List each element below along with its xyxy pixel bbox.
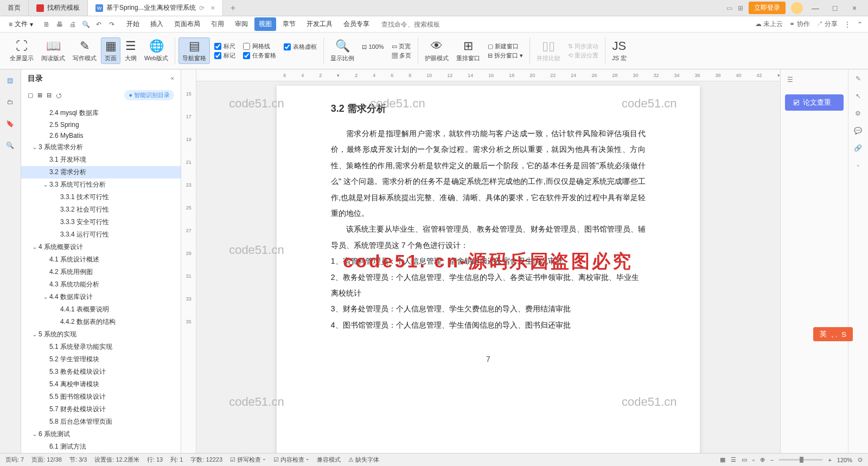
menu-start[interactable]: 开始 <box>122 17 144 31</box>
read-mode-button[interactable]: 📖阅读版式 <box>38 38 68 63</box>
toc-item[interactable]: ⌄4.4 数据库设计 <box>21 291 181 303</box>
zoom-out[interactable]: − <box>770 457 774 463</box>
task-checkbox[interactable]: 任务窗格 <box>243 52 276 60</box>
toc-item[interactable]: 4.3 系统功能分析 <box>21 278 181 291</box>
panel-toggle-icon[interactable]: ☰ <box>787 76 793 84</box>
collapse-ribbon-icon[interactable]: ⌃ <box>857 21 863 28</box>
link-icon[interactable]: 🔗 <box>854 144 862 152</box>
toc-item[interactable]: 5.2 学生管理模块 <box>21 353 181 366</box>
newwin-button[interactable]: ▢ 新建窗口 <box>488 42 523 50</box>
missing-font[interactable]: ⚠ 缺失字体 <box>348 456 379 464</box>
toc-item[interactable]: 2.4 mysql 数据库 <box>21 107 181 119</box>
view-btn-5[interactable]: ⊕ <box>760 456 765 463</box>
multipage-button[interactable]: ▦ 多页 <box>392 52 411 60</box>
toc-item[interactable]: ⌄5 系统的实现 <box>21 328 181 341</box>
edit-icon[interactable]: ✎ <box>856 75 861 82</box>
toc-item[interactable]: 5.8 后台总体管理页面 <box>21 416 181 428</box>
toc-item[interactable]: 5.3 教务处模块设计 <box>21 366 181 378</box>
toc-tool-1[interactable]: ▢ <box>28 92 33 99</box>
login-button[interactable]: 立即登录 <box>749 2 786 14</box>
toc-icon[interactable]: ▤ <box>4 74 17 87</box>
maximize-icon[interactable]: □ <box>828 4 842 12</box>
grid-checkbox[interactable]: 网格线 <box>243 42 276 50</box>
outline-button[interactable]: ☰大纲 <box>122 38 140 63</box>
menu-insert[interactable]: 插入 <box>146 17 168 31</box>
toc-item[interactable]: ⌄3 系统需求分析 <box>21 141 181 154</box>
tab-sync-icon[interactable]: ⟳ <box>199 4 205 12</box>
jsmacro-button[interactable]: JSJS 宏 <box>609 38 630 63</box>
status-page[interactable]: 页码: 7 <box>5 456 24 464</box>
new-doc-icon[interactable]: 🗎 <box>42 20 52 29</box>
smart-toc-button[interactable]: ● 智能识别目录 <box>124 90 174 100</box>
toc-item[interactable]: ⌄6 系统测试 <box>21 428 181 441</box>
apps-icon[interactable]: ⊞ <box>738 4 743 12</box>
toc-tool-3[interactable]: ⊟ <box>47 92 52 99</box>
collab-button[interactable]: ⚭ 协作 <box>789 20 809 29</box>
cloud-status[interactable]: ☁ 未上云 <box>755 20 783 29</box>
panel-icon[interactable]: ▭ <box>726 4 732 12</box>
status-section[interactable]: 节: 3/3 <box>69 456 87 464</box>
toc-item[interactable]: ⌄4 系统概要设计 <box>21 241 181 253</box>
toc-list[interactable]: 2.4 mysql 数据库2.5 Spring2.6 MyBatis⌄3 系统需… <box>21 105 181 453</box>
toc-item[interactable]: 4.4.1 表概要说明 <box>21 303 181 316</box>
tab-home[interactable]: 首页 <box>0 0 29 16</box>
toc-item[interactable]: 5.4 离校申请模块 <box>21 378 181 391</box>
menu-devtools[interactable]: 开发工具 <box>302 17 337 31</box>
page-mode-button[interactable]: ▦页面 <box>101 37 120 64</box>
chat-icon[interactable]: 💬 <box>854 127 862 135</box>
toc-item[interactable]: 3.3.2 社会可行性 <box>21 203 181 216</box>
minimize-icon[interactable]: — <box>808 4 822 12</box>
mark-checkbox[interactable]: 标记 <box>214 52 235 60</box>
status-words[interactable]: 字数: 12223 <box>190 456 222 464</box>
file-menu[interactable]: ≡ 文件 ▾ <box>5 18 36 30</box>
sidebar-close-icon[interactable]: × <box>170 75 174 82</box>
toc-item[interactable]: 2.6 MyBatis <box>21 130 181 141</box>
toc-item[interactable]: 5.7 财务处模块设计 <box>21 403 181 416</box>
view-btn-2[interactable]: ☰ <box>731 456 736 463</box>
tab-document[interactable]: W基于Spring...业生离校管理系统⟳× <box>88 0 223 16</box>
menu-review[interactable]: 审阅 <box>231 17 252 31</box>
toc-item[interactable]: 3.3.4 运行可行性 <box>21 228 181 241</box>
fullscreen-button[interactable]: ⛶全屏显示 <box>7 38 37 63</box>
write-mode-button[interactable]: ✎写作模式 <box>69 38 100 63</box>
folder-icon[interactable]: 🗀 <box>4 95 17 108</box>
toc-item[interactable]: 3.3.3 安全可行性 <box>21 216 181 228</box>
page[interactable]: 3.2 需求分析 需求分析是指理解用户需求，就软件功能与客户达成一致，估计软件风… <box>277 86 700 453</box>
status-col[interactable]: 列: 1 <box>170 456 183 464</box>
spellcheck-toggle[interactable]: ☑ 拼写检查 ⁃ <box>230 456 266 464</box>
toc-tool-4[interactable]: ⭯ <box>56 92 62 99</box>
redo-icon[interactable]: ↷ <box>107 20 117 29</box>
status-setval[interactable]: 设置值: 12.2厘米 <box>94 456 139 464</box>
zoom-slider[interactable] <box>779 459 822 461</box>
toc-item[interactable]: 5.1 系统登录功能实现 <box>21 341 181 353</box>
undo-icon[interactable]: ↶ <box>94 20 104 29</box>
pagewidth-button[interactable]: ▭ 页宽 <box>392 42 411 50</box>
toc-item[interactable]: 3.3.1 技术可行性 <box>21 191 181 203</box>
tab-template[interactable]: 找稻壳模板 <box>29 0 88 16</box>
share-button[interactable]: ↗ 分享 <box>816 20 838 29</box>
toc-item[interactable]: 3.2 需求分析 <box>21 166 181 178</box>
close-icon[interactable]: × <box>211 4 215 12</box>
print-icon[interactable]: 🖨 <box>68 20 78 29</box>
menu-chapter[interactable]: 章节 <box>278 17 300 31</box>
toc-item[interactable]: 4.4.2 数据表的结构 <box>21 316 181 328</box>
toc-item[interactable]: 5.5 图书馆模块设计 <box>21 391 181 403</box>
compat-mode[interactable]: 兼容模式 <box>317 456 341 464</box>
menu-view[interactable]: 视图 <box>254 17 276 31</box>
zoom-button[interactable]: 🔍显示比例 <box>327 38 358 63</box>
toc-item[interactable]: 4.2 系统用例图 <box>21 266 181 278</box>
rearrange-button[interactable]: ⊞重排窗口 <box>453 38 483 63</box>
paper-check-button[interactable]: 🗹论文查重 <box>785 94 844 111</box>
view-btn-1[interactable]: ▦ <box>720 456 725 463</box>
toc-item[interactable]: ⌄3.3 系统可行性分析 <box>21 178 181 191</box>
status-pages[interactable]: 页面: 12/38 <box>31 456 62 464</box>
zoom-in[interactable]: + <box>828 457 831 463</box>
zoom-value[interactable]: 120% <box>837 457 852 463</box>
avatar[interactable] <box>791 2 803 14</box>
ruler-checkbox[interactable]: 标尺 <box>214 42 235 50</box>
search-input[interactable] <box>381 21 463 28</box>
search-icon[interactable]: 🔍 <box>4 139 17 152</box>
menu-layout[interactable]: 页面布局 <box>170 17 205 31</box>
toc-item[interactable]: 2.5 Spring <box>21 119 181 130</box>
splitwin-button[interactable]: ⊟ 拆分窗口 ▾ <box>488 52 523 60</box>
